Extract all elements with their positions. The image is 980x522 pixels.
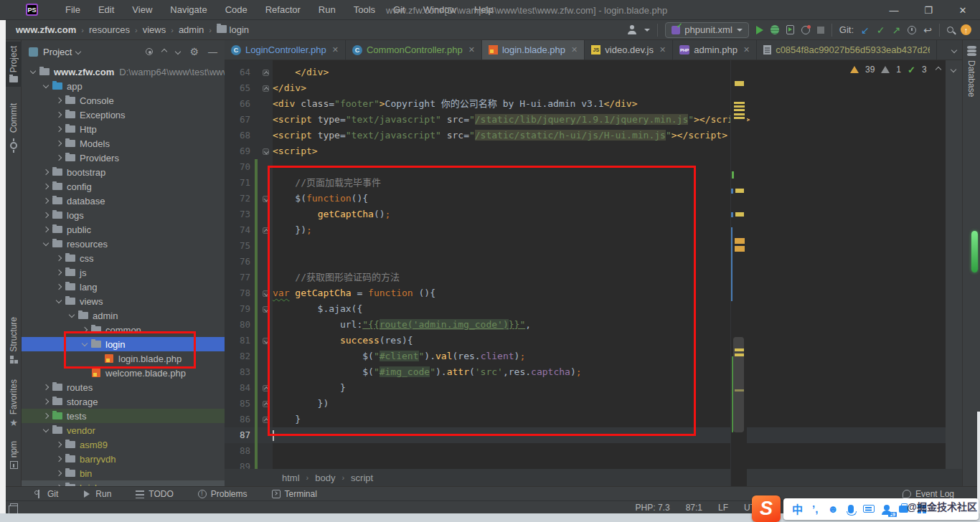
tree-closed-chevron-icon[interactable] — [53, 113, 65, 117]
close-button[interactable]: ✕ — [946, 0, 980, 20]
fold-open-icon[interactable] — [263, 148, 269, 155]
editor-tab-video-dev-js[interactable]: JSvideo.dev.js✕ — [585, 40, 673, 60]
menu-item-code[interactable]: Code — [225, 4, 248, 15]
tree-closed-chevron-icon[interactable] — [53, 156, 65, 160]
code-line-68[interactable]: 68<script type="text/javascript" src="/s… — [225, 128, 946, 143]
tree-closed-chevron-icon[interactable] — [53, 141, 65, 146]
menu-item-navigate[interactable]: Navigate — [170, 4, 207, 15]
fold-end-icon[interactable] — [263, 70, 269, 76]
tree-open-chevron-icon[interactable] — [40, 242, 52, 245]
tree-closed-chevron-icon[interactable] — [40, 213, 52, 217]
search-everywhere-button[interactable] — [947, 27, 953, 33]
tree-item-bin[interactable]: bin — [22, 466, 225, 480]
tree-item-logs[interactable]: logs — [22, 208, 225, 222]
tool-tab-database[interactable]: Database — [966, 60, 976, 97]
warning-stripe-marks[interactable] — [734, 102, 745, 104]
warning-stripe-mark[interactable] — [735, 189, 744, 193]
status-item-lf[interactable]: LF — [718, 503, 728, 513]
warning-stripe-block[interactable] — [735, 238, 745, 244]
gear-icon[interactable]: ⚙ — [189, 47, 199, 57]
tree-closed-chevron-icon[interactable] — [40, 170, 52, 174]
tree-closed-chevron-icon[interactable] — [53, 457, 65, 461]
tree-closed-chevron-icon[interactable] — [40, 385, 52, 389]
minimize-button[interactable]: — — [877, 0, 911, 20]
vcs-added-stripe-line[interactable] — [732, 356, 733, 432]
breadcrumb-item-views[interactable]: views — [143, 24, 166, 35]
hide-panel-icon[interactable]: — — [208, 47, 217, 57]
tree-closed-chevron-icon[interactable] — [53, 98, 65, 103]
tree-item-Models[interactable]: Models — [22, 136, 225, 151]
ime-emoji-icon[interactable]: ☻ — [827, 503, 839, 515]
collapse-all-icon[interactable] — [161, 49, 167, 54]
expand-all-icon[interactable] — [175, 49, 181, 54]
tree-closed-chevron-icon[interactable] — [40, 184, 52, 189]
status-item-87[interactable]: 87:1 — [686, 503, 702, 513]
chevron-down-icon[interactable] — [75, 49, 81, 54]
editor-breadcrumb-script[interactable]: script — [351, 473, 373, 483]
tree-item-css[interactable]: css — [22, 251, 225, 265]
database-icon[interactable] — [967, 46, 976, 49]
user-icon[interactable] — [627, 25, 637, 34]
tree-item-vendor[interactable]: vendor — [22, 423, 225, 437]
tree-item-routes[interactable]: routes — [22, 380, 225, 394]
ime-chinese-mode-icon[interactable]: 中 — [792, 501, 803, 516]
tree-item-www-zfw-com[interactable]: www.zfw.comD:\wamp64\www\test\www — [22, 65, 225, 79]
tree-open-chevron-icon[interactable] — [27, 70, 39, 73]
editor-tab-CommonController-php[interactable]: CCommonController.php✕ — [346, 40, 482, 60]
tree-item-public[interactable]: public — [22, 222, 225, 237]
tree-open-chevron-icon[interactable] — [40, 429, 52, 432]
chevron-down-icon[interactable] — [644, 29, 650, 32]
sogou-logo-icon[interactable]: S — [752, 495, 781, 522]
vcs-stripe-mark[interactable] — [731, 189, 733, 194]
tool-tab-project[interactable]: Project — [6, 42, 22, 87]
tool-tab-todo[interactable]: TODO — [136, 489, 173, 499]
tree-closed-chevron-icon[interactable] — [53, 442, 65, 447]
tree-item-js[interactable]: js — [22, 265, 225, 280]
tool-tab-run[interactable]: Run — [83, 489, 111, 499]
dim-stripe-mark[interactable] — [735, 389, 744, 392]
editor-error-stripe[interactable] — [730, 60, 747, 486]
tree-open-chevron-icon[interactable] — [66, 314, 77, 317]
tree-item-Providers[interactable]: Providers — [22, 151, 225, 165]
menu-item-run[interactable]: Run — [319, 4, 336, 15]
code-line-66[interactable]: 66<div class="footer">Copyright 你的公司名称 b… — [225, 96, 946, 112]
git-push-button[interactable]: ↗ — [892, 25, 901, 35]
code-line-67[interactable]: 67<script type="text/javascript" src="/s… — [225, 112, 946, 128]
tree-item-tests[interactable]: tests — [22, 409, 225, 423]
tree-item-Exceptions[interactable]: Exceptions — [22, 108, 225, 122]
close-icon[interactable]: ✕ — [468, 45, 475, 54]
close-icon[interactable]: ✕ — [743, 45, 750, 54]
breadcrumb-item-login[interactable]: login — [217, 24, 249, 35]
close-icon[interactable]: ✕ — [332, 45, 339, 54]
maximize-button[interactable]: ❐ — [911, 0, 946, 20]
tree-closed-chevron-icon[interactable] — [53, 471, 65, 475]
tree-closed-chevron-icon[interactable] — [40, 399, 52, 404]
tool-tab-commit[interactable]: Commit — [6, 99, 22, 153]
warning-stripe-mark[interactable] — [735, 212, 744, 217]
tool-window-switcher-icon[interactable] — [10, 503, 18, 511]
breadcrumb-item-resources[interactable]: resources — [89, 24, 130, 35]
tool-tab-favorites[interactable]: Favorites ★ — [6, 375, 22, 432]
coverage-button[interactable] — [786, 25, 794, 34]
tree-item-asm89[interactable]: asm89 — [22, 437, 225, 452]
warning-stripe-mark[interactable] — [735, 81, 744, 86]
tree-item-admin[interactable]: admin — [22, 308, 225, 323]
breadcrumb-item-www-zfw-com[interactable]: www.zfw.com — [16, 24, 76, 35]
tree-closed-chevron-icon[interactable] — [40, 414, 52, 418]
vcs-stripe-mark[interactable] — [731, 212, 733, 217]
vcs-stripe-line[interactable] — [731, 227, 732, 301]
ide-update-notification-icon[interactable]: ↑ — [961, 24, 971, 35]
menu-item-view[interactable]: View — [132, 4, 152, 15]
tree-item-config[interactable]: config — [22, 179, 225, 194]
fold-end-icon[interactable] — [263, 85, 269, 92]
ime-account-icon[interactable]: 19 — [884, 505, 890, 511]
tool-tab-npm[interactable]: npm — [6, 437, 22, 473]
tree-closed-chevron-icon[interactable] — [40, 227, 52, 232]
tree-item-Console[interactable]: Console — [22, 93, 225, 108]
tool-tab-git[interactable]: Git — [34, 489, 58, 499]
menu-item-file[interactable]: File — [65, 4, 80, 15]
tree-closed-chevron-icon[interactable] — [40, 199, 52, 203]
tool-tab-structure[interactable]: Structure — [6, 313, 22, 368]
status-item-php[interactable]: PHP: 7.3 — [636, 503, 670, 513]
editor-tab-login-blade-php[interactable]: login.blade.php✕ — [482, 40, 585, 60]
